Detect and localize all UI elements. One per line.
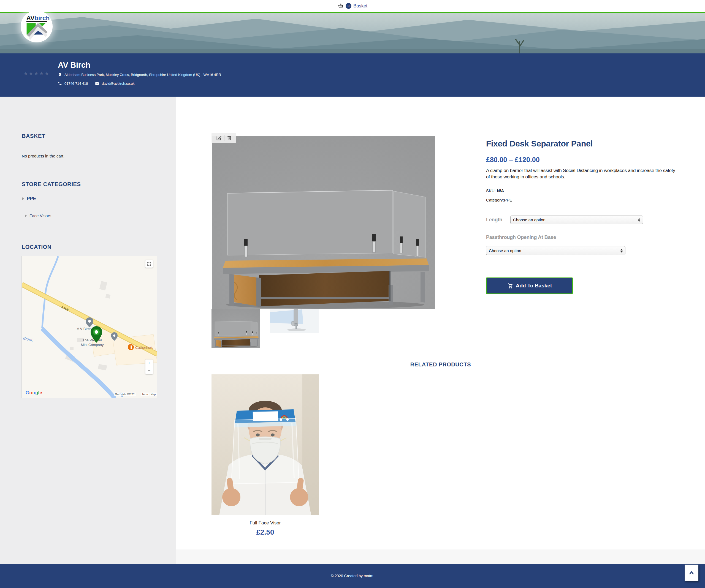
store-email-group[interactable]: david@avbirch.co.uk xyxy=(95,82,134,86)
product-price-range: £80.00 – £120.00 xyxy=(486,156,540,164)
category-value[interactable]: PPE xyxy=(504,198,512,202)
svg-text:AVbirch: AVbirch xyxy=(27,14,50,21)
passthrough-option-label: Passthrough Opening At Base xyxy=(486,235,556,240)
header-banner-image xyxy=(0,13,705,53)
category-label: PPE xyxy=(27,196,36,201)
product-thumbnail-2[interactable] xyxy=(270,309,319,333)
store-address-row: Aldenham Business Park, Muckley Cross, B… xyxy=(58,73,221,77)
map-zoom-in-button[interactable]: + xyxy=(145,359,153,367)
store-rating-stars: ★★★★★ xyxy=(21,70,53,77)
related-product-image[interactable] xyxy=(211,375,319,515)
delete-icon[interactable] xyxy=(227,135,232,141)
passthrough-select-wrap: Choose an option xyxy=(486,246,625,255)
chevron-up-icon xyxy=(689,571,694,575)
map-green-pin-icon[interactable] xyxy=(90,326,103,343)
map-fullscreen-button[interactable] xyxy=(145,260,153,267)
sidebar-item-ppe[interactable]: PPE xyxy=(22,196,36,201)
category-label: Category: xyxy=(486,198,504,202)
logo-text-av: AV xyxy=(27,14,35,21)
basket-empty-message: No products in the cart. xyxy=(22,154,64,158)
phone-icon xyxy=(58,82,62,86)
sku-value: N/A xyxy=(497,188,504,193)
edit-icon[interactable] xyxy=(216,135,222,141)
map-terms-link[interactable]: Term xyxy=(141,393,149,396)
basket-count-badge: 0 xyxy=(345,3,351,9)
map-marker-label: A V Birch xyxy=(77,327,91,331)
store-name: AV Birch xyxy=(58,60,90,70)
top-bar: 0 Basket xyxy=(0,0,705,12)
product-main-image[interactable] xyxy=(212,136,435,309)
length-select[interactable]: Choose an option xyxy=(510,215,643,224)
sidebar-item-face-visors[interactable]: Face Visors xyxy=(25,213,51,218)
product-thumbnail-1[interactable] xyxy=(211,309,260,348)
store-phone: 01746 714 418 xyxy=(64,82,88,86)
location-map[interactable]: A458 r Brook A V Birch The Premier Mini … xyxy=(21,256,157,398)
store-phone-group[interactable]: 01746 714 418 xyxy=(58,82,88,86)
sidebar-location-heading: LOCATION xyxy=(22,244,51,250)
sidebar-basket-heading: BASKET xyxy=(22,133,45,139)
map-zoom-control: + − xyxy=(145,359,153,374)
chevron-right-icon xyxy=(22,197,24,200)
google-logo: Google xyxy=(26,390,42,396)
sku-label: SKU: xyxy=(486,188,496,193)
add-to-basket-label: Add To Basket xyxy=(516,283,552,289)
store-contact-row: 01746 714 418 david@avbirch.co.uk xyxy=(58,82,139,86)
store-email: david@avbirch.co.uk xyxy=(102,82,134,86)
sidebar-categories-heading: STORE CATEGORIES xyxy=(22,181,81,188)
chevron-right-icon xyxy=(25,214,27,217)
email-icon xyxy=(95,82,99,86)
product-title: Fixed Desk Separator Panel xyxy=(486,139,593,148)
fullscreen-icon xyxy=(147,262,151,266)
footer: © 2020 Created by matm. xyxy=(0,564,705,588)
related-product-price: £2.50 xyxy=(211,528,319,537)
cart-icon xyxy=(507,283,513,289)
avbirch-logo-icon: AVbirch xyxy=(22,12,51,41)
image-admin-toolbar xyxy=(211,133,236,143)
map-zoom-out-button[interactable]: − xyxy=(145,367,153,374)
location-pin-icon xyxy=(58,73,62,77)
add-to-basket-button[interactable]: Add To Basket xyxy=(486,278,573,294)
category-label: Face Visors xyxy=(30,213,51,218)
top-basket-link[interactable]: 0 Basket xyxy=(338,3,367,9)
map-report-link[interactable]: Rep xyxy=(149,393,157,396)
related-product-name[interactable]: Full Face Visor xyxy=(211,520,319,526)
scroll-to-top-button[interactable] xyxy=(685,565,698,581)
page: 0 Basket AVbirch ★★★★★ AV Birc xyxy=(0,0,705,588)
basket-icon xyxy=(338,3,344,9)
store-logo: AVbirch xyxy=(21,10,53,42)
map-attribution: Map data ©2020 xyxy=(114,393,136,396)
map-restaurant-label: Catherine's xyxy=(135,345,153,350)
store-address: Aldenham Business Park, Muckley Cross, B… xyxy=(64,73,221,77)
product-sku-row: SKU: N/A xyxy=(486,188,504,193)
passthrough-select[interactable]: Choose an option xyxy=(486,246,625,255)
product-category-row: Category:PPE xyxy=(486,198,512,202)
footer-copyright: © 2020 Created by matm. xyxy=(0,564,705,588)
logo-text-birch: birch xyxy=(35,14,50,21)
basket-link-label: Basket xyxy=(353,3,367,9)
related-products-heading: RELATED PRODUCTS xyxy=(176,361,705,368)
length-select-wrap: Choose an option xyxy=(510,215,643,224)
product-description: A clamp on barrier that will assist with… xyxy=(486,167,679,180)
length-option-label: Length xyxy=(486,217,502,223)
pre-footer-strip xyxy=(176,549,705,564)
toolbar-divider xyxy=(224,135,225,141)
